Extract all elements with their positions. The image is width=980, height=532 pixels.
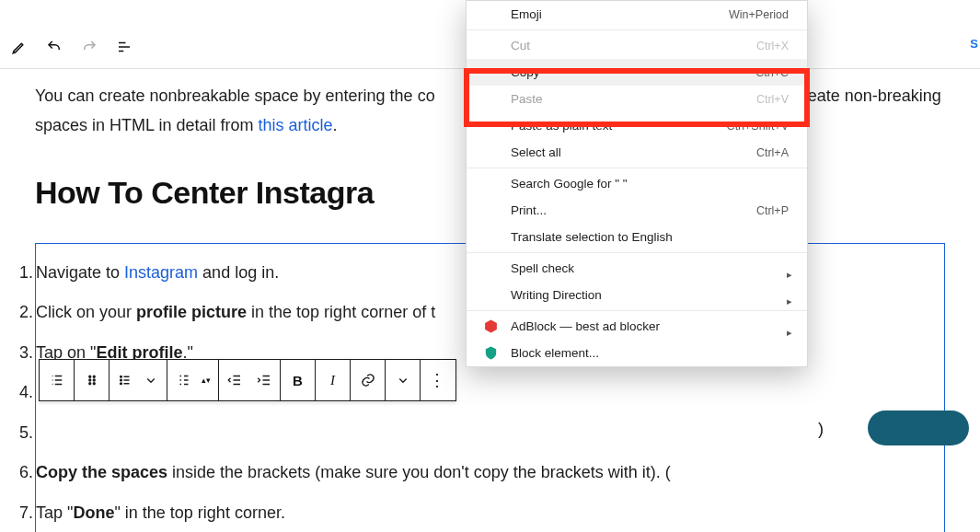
svg-marker-9 xyxy=(485,319,497,332)
ctx-print[interactable]: Print...Ctrl+P xyxy=(467,197,807,224)
more-inline-button[interactable] xyxy=(386,360,421,400)
ctx-adblock[interactable]: AdBlock — best ad blocker xyxy=(467,313,807,340)
list-type-button[interactable] xyxy=(40,360,75,400)
bold-button[interactable]: B xyxy=(281,360,316,400)
indent-controls[interactable] xyxy=(219,360,281,400)
list-item[interactable]: Copy the spaces inside the brackets (mak… xyxy=(17,453,944,493)
ctx-paste-plain[interactable]: Paste as plain textCtrl+Shift+V xyxy=(467,112,807,139)
ctx-writing-direction[interactable]: Writing Direction xyxy=(467,282,807,308)
svg-point-2 xyxy=(88,379,90,381)
order-controls[interactable]: ▴▾ xyxy=(167,360,219,400)
intro-text-right: create non-breaking xyxy=(794,87,941,105)
intro-text-a: You can create nonbreakable space by ent… xyxy=(35,87,435,105)
context-menu[interactable]: EmojiWin+Period CutCtrl+X CopyCtrl+C Pas… xyxy=(466,0,808,367)
intro-text-c: . xyxy=(332,116,337,134)
ctx-spell-check[interactable]: Spell check xyxy=(467,255,807,282)
block-toolbar[interactable]: ▴▾ B I ⋮ xyxy=(39,359,456,401)
ctx-block-element[interactable]: Block element... xyxy=(467,340,807,366)
highlight-pill xyxy=(868,411,969,445)
svg-point-8 xyxy=(121,383,122,385)
list-item[interactable]: Tap "Done" in the top right corner. xyxy=(17,493,944,533)
svg-point-4 xyxy=(88,383,90,385)
ctx-cut[interactable]: CutCtrl+X xyxy=(467,32,807,59)
svg-point-1 xyxy=(93,376,95,377)
ctx-search-google[interactable]: Search Google for " " xyxy=(467,170,807,197)
chevron-down-icon xyxy=(143,372,159,388)
sidebar-toggle-s[interactable]: S xyxy=(970,37,978,51)
ctx-emoji[interactable]: EmojiWin+Period xyxy=(467,1,807,28)
kebab-icon: ⋮ xyxy=(429,370,447,390)
intro-link[interactable]: this article xyxy=(258,116,332,134)
link-button[interactable] xyxy=(351,360,386,400)
ctx-paste[interactable]: PasteCtrl+V xyxy=(467,86,807,112)
svg-point-3 xyxy=(93,379,95,381)
ctx-select-all[interactable]: Select allCtrl+A xyxy=(467,139,807,166)
more-options-button[interactable]: ⋮ xyxy=(421,360,455,400)
ctx-translate[interactable]: Translate selection to English xyxy=(467,224,807,250)
redo-icon[interactable] xyxy=(81,39,98,55)
svg-point-6 xyxy=(121,376,122,377)
adblock-icon xyxy=(483,318,499,334)
chevron-down-icon xyxy=(395,372,411,388)
outdent-icon[interactable] xyxy=(226,372,243,388)
drag-handle[interactable] xyxy=(75,360,110,400)
ctx-copy[interactable]: CopyCtrl+C xyxy=(467,59,807,86)
list-style-dropdown[interactable] xyxy=(110,360,167,400)
svg-point-7 xyxy=(121,379,122,381)
svg-point-0 xyxy=(88,376,90,377)
indent-icon[interactable] xyxy=(256,372,272,388)
svg-point-5 xyxy=(93,383,95,385)
intro-text-b: spaces in HTML in detail from xyxy=(35,116,258,134)
outline-icon[interactable] xyxy=(116,39,133,55)
italic-button[interactable]: I xyxy=(316,360,351,400)
instagram-link[interactable]: Instagram xyxy=(124,263,198,282)
list-item[interactable] xyxy=(17,413,944,454)
draw-icon[interactable] xyxy=(11,39,28,55)
undo-icon[interactable] xyxy=(46,39,63,55)
paren-fragment: ) xyxy=(818,420,824,439)
ublock-icon xyxy=(483,345,499,361)
